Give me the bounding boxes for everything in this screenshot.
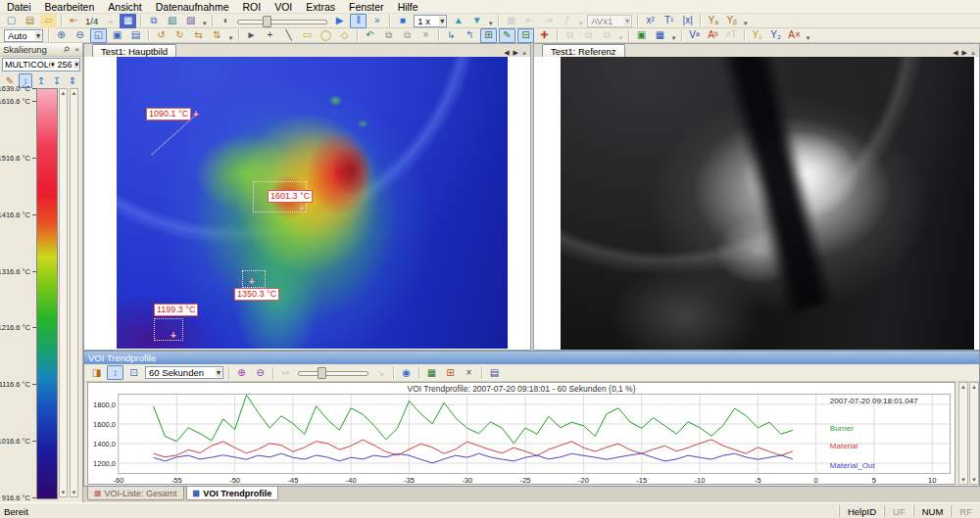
menu-item-datei[interactable]: Datei	[0, 1, 38, 13]
menu-item-bearbeiten[interactable]: Bearbeiten	[38, 1, 102, 13]
measure-cross-2[interactable]: +	[299, 205, 305, 212]
step-forward-icon[interactable]: →	[101, 14, 118, 28]
matrix-overflow[interactable]: ▾	[669, 29, 678, 42]
scale-scrollbar-min[interactable]: ▲▼	[70, 88, 78, 497]
open-folder-icon[interactable]: ▱	[40, 14, 57, 28]
tab-referenz[interactable]: Test1: Referenz	[542, 44, 625, 57]
measure-line-icon[interactable]: ╲	[280, 28, 297, 43]
image-export-icon[interactable]: ▨	[182, 14, 199, 28]
zoom-out-icon[interactable]: ⊖	[72, 28, 88, 43]
menu-item-ansicht[interactable]: Ansicht	[101, 1, 148, 13]
actual-size-icon[interactable]: ▣	[109, 28, 125, 43]
scale-scrollbar-max[interactable]: ▲▼	[59, 88, 68, 497]
step-back-icon[interactable]: ⇤	[66, 14, 82, 28]
roi-rect-4[interactable]	[154, 318, 183, 341]
profile-yb-icon[interactable]: Yᵦ	[723, 14, 740, 28]
table-view-icon[interactable]: ⊞	[442, 365, 459, 380]
roi-polygon-icon[interactable]: ◇	[336, 28, 353, 43]
reference-image[interactable]	[561, 57, 974, 350]
play-icon[interactable]: ▶	[331, 14, 348, 28]
fit-window-icon[interactable]: ◱	[90, 28, 107, 43]
measure-cross-3[interactable]: +	[249, 278, 255, 286]
snapshot-icon[interactable]: ▣	[633, 28, 650, 43]
profile-ya-icon[interactable]: Yₐ	[705, 14, 721, 28]
tab-close-icon[interactable]: ×	[969, 50, 977, 57]
play-overflow[interactable]: ▾	[486, 15, 495, 27]
temp-annotation-3[interactable]: 1350.3 °C	[234, 288, 279, 301]
profile-w2-icon[interactable]: Y₂	[767, 28, 784, 43]
full-image-icon[interactable]: ▤	[127, 28, 144, 43]
marker-up-icon[interactable]: ▲	[450, 14, 466, 28]
calc-abs-icon[interactable]: |x|	[679, 14, 696, 28]
paste-roi-icon[interactable]: ⧉	[399, 28, 416, 43]
temp-annotation-1[interactable]: 1090.1 °C	[146, 108, 191, 120]
palette-combo[interactable]: MULTICOLOR ▾ 256 ▾	[2, 58, 80, 71]
measure-cross-4[interactable]: +	[171, 332, 176, 340]
excel-export-icon[interactable]: ▦	[423, 365, 440, 380]
delete-trend-icon[interactable]: ×	[461, 365, 477, 380]
calc-t1-icon[interactable]: T¹	[661, 14, 677, 28]
tab-prev-icon[interactable]: ◀	[951, 49, 959, 57]
audio-icon[interactable]: ◖	[217, 14, 233, 28]
scale-mode-combo[interactable]: Auto▾	[4, 29, 43, 42]
zoom-mode-icon[interactable]: ⊡	[125, 365, 142, 380]
roi-export-icon[interactable]: ↳	[443, 28, 460, 43]
trend-scrollbar-1[interactable]: ▲▼	[958, 382, 968, 485]
flip-horizontal-icon[interactable]: ⇆	[190, 28, 207, 43]
measure-cross-1[interactable]: +	[193, 111, 199, 118]
voi-out-icon[interactable]: ⊟	[517, 28, 534, 43]
matrix-view-icon[interactable]: ▦	[652, 28, 668, 43]
menu-item-fenster[interactable]: Fenster	[342, 1, 391, 13]
voi-display-icon[interactable]: ◨	[88, 365, 105, 380]
trend-scrollbar-2[interactable]: ▲▼	[969, 382, 979, 485]
interval-combo[interactable]: 60 Sekunden▾	[145, 366, 223, 379]
marker-down-icon[interactable]: ▼	[468, 14, 485, 28]
profile-w1-icon[interactable]: Y₁	[749, 28, 765, 43]
new-document-icon[interactable]: ▢	[3, 14, 20, 28]
visibility-icon[interactable]: ◉	[398, 365, 415, 380]
zoom-in-icon[interactable]: ⊕	[53, 28, 70, 43]
tab-next-icon[interactable]: ▶	[512, 49, 520, 57]
time-slider[interactable]	[298, 366, 368, 379]
open-report-icon[interactable]: ▤	[22, 14, 38, 28]
voi-edit-icon[interactable]: ✎	[499, 28, 515, 43]
color-scale-gradient[interactable]	[36, 88, 58, 499]
fast-forward-icon[interactable]: »	[368, 14, 385, 28]
formula-clear-icon[interactable]: A×	[786, 28, 803, 43]
calc-overflow[interactable]: ▾	[741, 15, 750, 27]
menu-item-hilfe[interactable]: Hilfe	[391, 1, 425, 13]
delete-roi-icon[interactable]: ×	[417, 28, 434, 43]
flip-vertical-icon[interactable]: ⇅	[209, 28, 225, 43]
print-icon[interactable]: ▤	[486, 365, 503, 380]
tab-next-icon[interactable]: ▶	[960, 49, 969, 57]
roi-import-icon[interactable]: ↰	[462, 28, 478, 43]
formula-v-icon[interactable]: Vᵃ	[686, 28, 703, 43]
stop-icon[interactable]: ■	[394, 14, 411, 28]
pointer-icon[interactable]: ►	[243, 28, 260, 43]
image-window-icon[interactable]: ▧	[164, 14, 180, 28]
tab-voi-liste[interactable]: ▦ VOI-Liste: Gesamt	[87, 487, 184, 500]
undo-roi-icon[interactable]: ↶	[362, 28, 378, 43]
chevron-down-icon[interactable]: ▾	[74, 61, 79, 69]
autoscale-y-icon[interactable]: ↕	[107, 365, 123, 380]
tab-prev-icon[interactable]: ◀	[502, 49, 511, 57]
roi-ellipse-icon[interactable]: ◯	[318, 28, 334, 43]
copy-roi-icon[interactable]: ⧉	[380, 28, 397, 43]
chart-plot-area[interactable]: 1200,01400,01600,01800,0-60-55-50-45-40-…	[118, 394, 951, 474]
measure-point-icon[interactable]: +	[262, 28, 278, 43]
expand-scale-icon[interactable]: ⇕	[66, 73, 79, 88]
thermal-image[interactable]: + 1090.1 °C + 1601.3 °C + 1350.3 °C 1199…	[117, 57, 508, 349]
save-icon[interactable]: ▦	[120, 14, 136, 28]
menu-item-datenaufnahme[interactable]: Datenaufnahme	[149, 1, 236, 13]
copy-image-icon[interactable]: ⧉	[145, 14, 162, 28]
rotate-right-icon[interactable]: ↻	[172, 28, 188, 43]
roi-rectangle-icon[interactable]: ▭	[299, 28, 316, 43]
chart-zoom-out-icon[interactable]: ⊖	[252, 365, 269, 380]
pause-icon[interactable]: ‖	[350, 14, 367, 28]
menu-item-roi[interactable]: ROI	[235, 1, 268, 13]
calc-x2-icon[interactable]: x²	[642, 14, 659, 28]
voi-new-icon[interactable]: ✚	[536, 28, 553, 43]
scale-up-icon[interactable]: ↥	[34, 73, 48, 88]
tab-close-icon[interactable]: ×	[520, 50, 528, 57]
menu-item-extras[interactable]: Extras	[299, 1, 342, 13]
